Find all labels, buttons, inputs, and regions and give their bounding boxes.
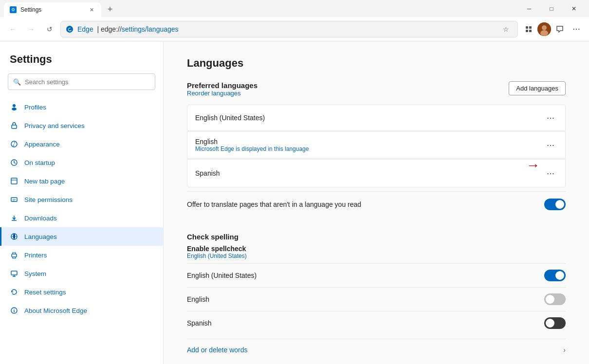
sidebar-item-printers[interactable]: Printers — [0, 246, 163, 264]
spellcheck-language-row: Spanish — [187, 311, 566, 335]
preferred-section-title: Preferred languages — [187, 81, 258, 90]
svg-rect-16 — [12, 254, 17, 257]
sidebar-item-startup[interactable]: On startup — [0, 153, 163, 172]
reset-icon — [10, 288, 18, 296]
minimize-button[interactable]: ─ — [518, 1, 540, 16]
main-layout: Settings 🔍 Profiles Privacy and services… — [0, 41, 589, 364]
sidebar-item-downloads[interactable]: Downloads — [0, 209, 163, 227]
more-options-button[interactable]: ⋯ — [544, 111, 557, 125]
forward-button[interactable]: → — [23, 21, 39, 37]
preferred-language-list: English (United States) ⋯ English Micros… — [187, 105, 566, 187]
languages-icon — [10, 232, 18, 241]
favorite-icon[interactable]: ☆ — [499, 22, 513, 36]
svg-rect-2 — [529, 26, 532, 29]
edge-label: Edge — [77, 25, 93, 33]
spellcheck-language-list: English (United States) English Spanish — [187, 263, 566, 335]
spell-lang-toggle[interactable] — [544, 317, 566, 329]
sidebar-item-privacy[interactable]: Privacy and services — [0, 116, 163, 135]
spell-lang-toggle[interactable] — [544, 270, 566, 281]
svg-point-6 — [542, 25, 547, 30]
address-rest: /languages — [145, 25, 179, 33]
refresh-button[interactable]: ↺ — [42, 21, 57, 37]
sidebar-item-profiles[interactable]: Profiles — [0, 98, 163, 116]
sidebar-item-label: Printers — [24, 252, 47, 259]
sidebar-item-label: Languages — [24, 233, 57, 240]
sidebar-item-appearance[interactable]: Appearance — [0, 135, 163, 153]
titlebar: ⚙ Settings ✕ + ─ □ ✕ — [0, 0, 589, 17]
translate-toggle-knob — [555, 200, 564, 209]
search-input[interactable] — [25, 78, 150, 86]
back-button[interactable]: ← — [5, 21, 20, 37]
spellcheck-language-row: English — [187, 287, 566, 311]
privacy-icon — [10, 121, 18, 130]
svg-rect-1 — [526, 26, 528, 29]
tab-favicon: ⚙ — [10, 6, 17, 13]
sidebar-item-label: On startup — [24, 159, 55, 166]
sidebar-item-label: About Microsoft Edge — [24, 307, 87, 314]
translate-toggle-row: Offer to translate pages that aren't in … — [187, 191, 566, 217]
add-delete-words-row[interactable]: Add or delete words › — [187, 339, 566, 361]
sidebar-item-sitepermissions[interactable]: Site permissions — [0, 190, 163, 209]
translate-label: Offer to translate pages that aren't in … — [187, 200, 544, 208]
sidebar-item-newtab[interactable]: New tab page — [0, 172, 163, 190]
active-tab[interactable]: ⚙ Settings ✕ — [4, 2, 101, 17]
new-tab-button[interactable]: + — [103, 2, 117, 16]
address-action-icons: ☆ — [499, 22, 513, 36]
address-path: settings — [122, 25, 145, 33]
sidebar-item-label: Privacy and services — [24, 122, 85, 129]
sidebar-item-label: Downloads — [24, 215, 57, 222]
sidebar-item-label: Appearance — [24, 141, 60, 148]
profile-avatar[interactable] — [537, 22, 551, 36]
feedback-icon[interactable] — [552, 21, 568, 37]
more-options-button[interactable]: ⋯ — [544, 166, 557, 180]
printers-icon — [10, 251, 18, 259]
spellcheck-sub: English (United States) — [187, 253, 566, 259]
sidebar-item-languages[interactable]: Languages — [0, 227, 163, 246]
spell-lang-name: English (United States) — [187, 272, 544, 279]
spellcheck-title: Check spelling — [187, 233, 566, 241]
search-icon: 🔍 — [13, 78, 21, 86]
address-bar[interactable]: Edge | edge://settings/languages ☆ — [60, 21, 518, 37]
maximize-button[interactable]: □ — [540, 1, 563, 16]
translate-toggle[interactable] — [544, 199, 566, 210]
svg-rect-13 — [11, 178, 17, 184]
more-tools-icon[interactable]: ⋯ — [569, 21, 584, 37]
search-box[interactable]: 🔍 — [8, 73, 155, 90]
sidebar-item-about[interactable]: About Microsoft Edge — [0, 301, 163, 320]
add-languages-button[interactable]: Add languages — [509, 81, 566, 95]
collections-icon[interactable] — [521, 21, 536, 37]
more-options-button[interactable]: ⋯ — [544, 138, 557, 152]
sidebar-item-reset[interactable]: Reset settings — [0, 283, 163, 301]
enable-spellcheck-group: Enable spellcheck English (United States… — [187, 245, 566, 259]
address-text: Edge | edge://settings/languages — [77, 25, 179, 33]
spell-lang-toggle[interactable] — [544, 293, 566, 305]
svg-point-7 — [540, 30, 548, 36]
toggle-knob — [546, 319, 554, 328]
sidebar-title: Settings — [0, 53, 163, 73]
svg-rect-3 — [526, 30, 528, 32]
edge-logo-icon — [66, 25, 74, 33]
nav-items: Profiles Privacy and services Appearance… — [0, 98, 163, 320]
profiles-icon — [10, 103, 18, 111]
spellcheck-language-row: English (United States) — [187, 263, 566, 287]
page-title: Languages — [187, 57, 566, 70]
lang-name: English — [195, 138, 544, 146]
enable-spellcheck-label: Enable spellcheck — [187, 245, 566, 253]
tab-title: Settings — [20, 6, 41, 13]
close-button[interactable]: ✕ — [563, 1, 585, 16]
reorder-languages-link[interactable]: Reorder languages — [187, 90, 258, 97]
sidebar-item-label: Profiles — [24, 104, 46, 111]
add-delete-words-label: Add or delete words — [187, 346, 248, 354]
chevron-right-icon: › — [563, 346, 566, 354]
sidebar-item-label: Reset settings — [24, 289, 66, 296]
tab-close-button[interactable]: ✕ — [88, 6, 95, 14]
content-area: Languages Preferred languages Reorder la… — [164, 41, 589, 364]
preferred-languages-section: Preferred languages Reorder languages Ad… — [187, 81, 566, 217]
sidebar-item-system[interactable]: System — [0, 264, 163, 283]
about-icon — [10, 306, 18, 315]
spell-lang-name: Spanish — [187, 319, 544, 327]
svg-rect-4 — [529, 30, 532, 32]
spell-lang-name: English — [187, 295, 544, 303]
sidebar-item-label: New tab page — [24, 178, 65, 185]
svg-point-0 — [66, 26, 73, 33]
